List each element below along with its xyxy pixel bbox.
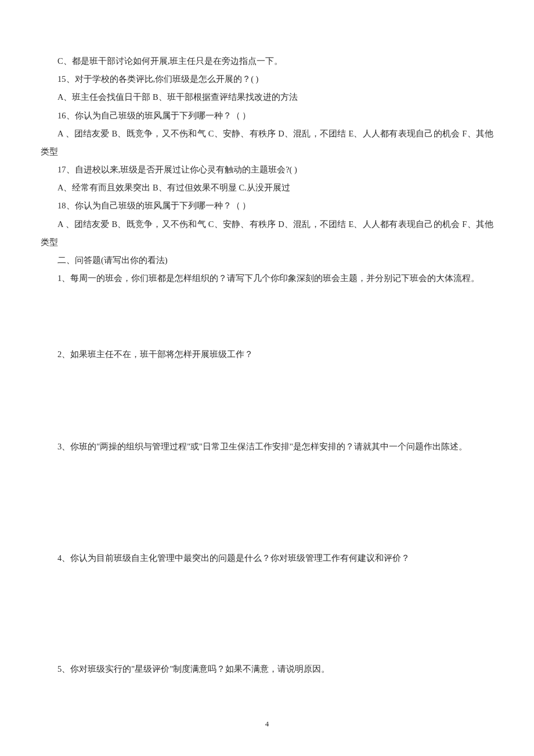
question-18-options: A 、团结友爱 B、既竞争，又不伤和气 C、安静、有秩序 D、混乱，不团结 E、…: [41, 215, 493, 251]
answer-space-1: [41, 287, 493, 345]
document-page: C、都是班干部讨论如何开展,班主任只是在旁边指点一下。 15、对于学校的各类评比…: [0, 0, 534, 756]
question-16: 16、你认为自己班级的班风属于下列哪一种？（ ）: [41, 107, 493, 125]
question-18: 18、你认为自己班级的班风属于下列哪一种？（ ）: [41, 197, 493, 215]
essay-q3: 3、你班的"两操的组织与管理过程"或"日常卫生保洁工作安排"是怎样安排的？请就其…: [41, 438, 493, 456]
question-17: 17、自进校以来,班级是否开展过让你心灵有触动的主题班会?( ): [41, 161, 493, 179]
question-16-options: A 、团结友爱 B、既竞争，又不伤和气 C、安静、有秩序 D、混乱，不团结 E、…: [41, 125, 493, 161]
page-number: 4: [0, 716, 534, 732]
answer-space-3: [41, 456, 493, 549]
question-17-options: A、经常有而且效果突出 B、有过但效果不明显 C.从没开展过: [41, 179, 493, 197]
answer-space-2: [41, 363, 493, 438]
essay-q4: 4、你认为目前班级自主化管理中最突出的问题是什么？你对班级管理工作有何建议和评价…: [41, 549, 493, 567]
question-15: 15、对于学校的各类评比,你们班级是怎么开展的？( ): [41, 70, 493, 88]
option-c-q-prev: C、都是班干部讨论如何开展,班主任只是在旁边指点一下。: [41, 52, 493, 70]
essay-q2: 2、如果班主任不在，班干部将怎样开展班级工作？: [41, 345, 493, 363]
question-15-options: A、班主任会找值日干部 B、班干部根据查评结果找改进的方法: [41, 88, 493, 106]
section-2-title: 二、问答题(请写出你的看法): [41, 251, 493, 269]
essay-q5: 5、你对班级实行的"星级评价"制度满意吗？如果不满意，请说明原因。: [41, 660, 493, 678]
essay-q1: 1、每周一的班会，你们班都是怎样组织的？请写下几个你印象深刻的班会主题，并分别记…: [41, 269, 493, 287]
answer-space-4: [41, 567, 493, 660]
